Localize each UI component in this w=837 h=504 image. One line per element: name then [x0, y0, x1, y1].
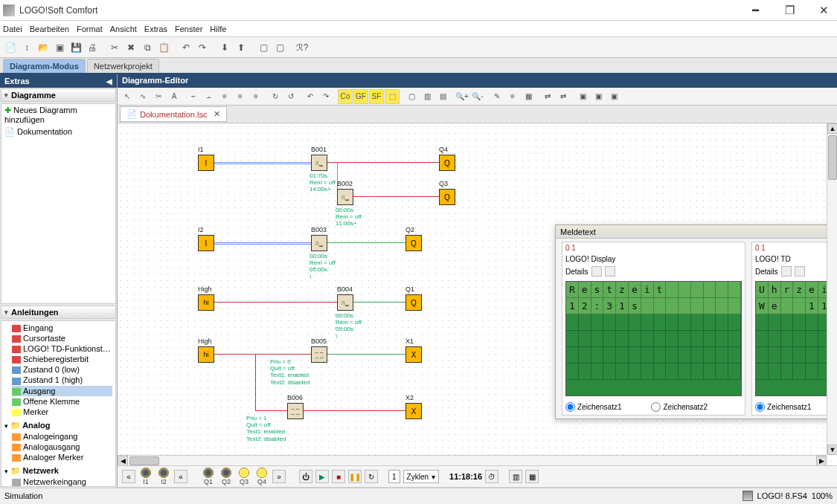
sim-view2[interactable]: ▦	[525, 470, 539, 483]
tb-open[interactable]: 📂	[36, 40, 51, 55]
led-i2[interactable]	[158, 468, 169, 478]
sim-pause[interactable]: ❚❚	[348, 470, 362, 483]
tool-udp[interactable]: ⬚	[385, 89, 400, 104]
menu-hilfe[interactable]: Hilfe	[210, 25, 226, 33]
tree-item[interactable]: Schieberegisterbit	[12, 354, 112, 364]
tree-item[interactable]: Analogausgang	[12, 442, 112, 452]
vscroll-thumb[interactable]	[828, 135, 837, 180]
tab-netzwerkprojekt[interactable]: Netzwerkprojekt	[87, 59, 159, 73]
doc-tab-close[interactable]: ✕	[214, 109, 220, 119]
extras-header[interactable]: Extras ◀	[0, 74, 117, 88]
mt-grid-right[interactable]: UhrzeitWe11:18	[755, 281, 837, 396]
tool-text[interactable]: A	[167, 89, 182, 104]
tb-print[interactable]: 🖨	[85, 40, 100, 55]
canvas-vscroll[interactable]: ▲ ▼	[827, 123, 837, 455]
menu-datei[interactable]: Datei	[3, 25, 22, 33]
mt-td-btn2[interactable]	[795, 266, 805, 277]
hscroll-thumb[interactable]	[129, 456, 159, 465]
sim-cycles-unit[interactable]: Zyklen ▾	[403, 470, 439, 483]
block-b005[interactable]: B005-- ---- -- Prio = 0 Quit = off Text1…	[311, 346, 327, 363]
canvas-hscroll[interactable]: ◀ ▶	[118, 455, 827, 465]
tool-rot2[interactable]: ↺	[283, 89, 298, 104]
tb-new[interactable]: 📄	[3, 40, 18, 55]
tool-align2[interactable]: ⫠	[202, 89, 217, 104]
tool-align4[interactable]: ≡	[233, 89, 248, 104]
tree-item[interactable]: Analoger Merker	[12, 452, 112, 462]
block-q1[interactable]: Q1Q	[405, 294, 422, 311]
menu-fenster[interactable]: Fenster	[175, 25, 202, 33]
tb-transfer-pc[interactable]: ⬇	[217, 40, 232, 55]
hscroll-right[interactable]: ▶	[816, 456, 827, 466]
tb-help[interactable]: ℛ?	[295, 40, 310, 55]
tool-screen2[interactable]: ▥	[420, 89, 434, 104]
block-x1[interactable]: X1X	[405, 346, 422, 363]
tb-copy[interactable]: ⧉	[140, 40, 155, 55]
tree-item[interactable]: Cursortaste	[12, 333, 112, 343]
tool-cut[interactable]: ✂	[151, 89, 166, 104]
tool-redo[interactable]: ↷	[318, 89, 333, 104]
window-close[interactable]: ✕	[813, 3, 834, 18]
tree-item[interactable]: Zustand 0 (low)	[12, 364, 112, 375]
menu-format[interactable]: Format	[77, 25, 103, 33]
tool-select[interactable]: ↖	[120, 89, 135, 104]
block-b001[interactable]: B001⎍▁ 01:70s Rem = off 14:00s+	[311, 155, 327, 171]
tool-sim1[interactable]: ✎	[490, 89, 504, 104]
tool-sf[interactable]: SF	[369, 89, 384, 104]
tool-screen1[interactable]: ▢	[404, 89, 419, 104]
tool-trans1[interactable]: ⇄	[540, 89, 555, 104]
diagram-canvas[interactable]: I1I B001⎍▁ 01:70s Rem = off 14:00s+ Q4Q …	[118, 123, 837, 465]
tool-rot1[interactable]: ↻	[268, 89, 283, 104]
diagram-item-new[interactable]: ✚ Neues Diagramm hinzufügen	[1, 104, 115, 126]
mt-details-btn2[interactable]	[605, 266, 615, 277]
tb-save[interactable]: 💾	[68, 40, 83, 55]
block-i1[interactable]: I1I	[198, 155, 214, 171]
collapse-icon[interactable]: ◀	[106, 77, 112, 85]
tree-item[interactable]: LOGO! TD-Funktionstaste	[12, 343, 112, 354]
tb-close[interactable]: ▣	[52, 40, 67, 55]
tb-transfer-logo[interactable]: ⬆	[234, 40, 248, 55]
tb-paste[interactable]: 📋	[156, 40, 171, 55]
window-minimize[interactable]: ━	[745, 3, 766, 18]
mt-grid-left[interactable]: Restzeit12:31s	[565, 281, 742, 396]
vscroll-down[interactable]: ▼	[827, 445, 837, 455]
tb-redo[interactable]: ↷	[195, 40, 210, 55]
tool-undo[interactable]: ↶	[303, 89, 318, 104]
tree-item[interactable]: Ausgang	[12, 386, 112, 396]
sim-prev-group[interactable]: «	[122, 470, 135, 483]
tab-diagramm-modus[interactable]: Diagramm-Modus	[3, 59, 86, 73]
mt-details-btn1[interactable]	[591, 266, 602, 277]
tb-opt1[interactable]: ▢	[256, 40, 271, 55]
tb-delete[interactable]: ✖	[124, 40, 138, 55]
tool-grp3[interactable]: ▣	[606, 89, 621, 104]
menu-ansicht[interactable]: Ansicht	[110, 25, 137, 33]
sim-stop[interactable]: ■	[332, 470, 345, 483]
sim-cycles-value[interactable]: 1	[388, 470, 400, 483]
tree-item[interactable]: Eingang	[12, 323, 112, 333]
sim-next-group2[interactable]: »	[272, 470, 286, 483]
block-b004[interactable]: B004⎍▁ 00:00s Rem = off 09:00s !	[337, 294, 353, 311]
tb-opt2[interactable]: ▢	[272, 40, 287, 55]
tool-gf[interactable]: GF	[353, 89, 368, 104]
block-x2[interactable]: X2X	[405, 403, 422, 419]
mt-td-btn1[interactable]	[781, 266, 792, 277]
tb-undo[interactable]: ↶	[179, 40, 193, 55]
block-high2[interactable]: Highhi	[198, 346, 214, 363]
block-q2[interactable]: Q2Q	[405, 235, 422, 251]
diagram-item-doc[interactable]: 📄 Dokumentation	[1, 126, 115, 138]
tree-item[interactable]: Zustand 1 (high)	[12, 375, 112, 385]
tb-cut[interactable]: ✂	[107, 40, 122, 55]
tree-item[interactable]: Merker	[12, 407, 112, 417]
anleitungen-section-title[interactable]: Anleitungen	[1, 306, 116, 319]
tool-screen3[interactable]: ▤	[435, 89, 450, 104]
sim-play[interactable]: ▶	[315, 470, 329, 483]
group-analog[interactable]: 📁 Analog	[4, 420, 112, 431]
sim-step[interactable]: ↻	[365, 470, 378, 483]
tree-item[interactable]: Offene Klemme	[12, 396, 112, 407]
tree-item[interactable]: Analogeingang	[12, 431, 112, 442]
diagramme-section-title[interactable]: Diagramme	[1, 88, 116, 102]
sim-power[interactable]: ⏻	[299, 470, 312, 483]
meldetext-window[interactable]: Meldetext ✕ 0 1 LOGO! Display Details	[555, 224, 837, 419]
doc-tab[interactable]: 📄 Dokumentation.lsc ✕	[120, 106, 227, 122]
block-b002[interactable]: B002⎍▁ 00:00s Rem = off 11:00s+	[337, 189, 353, 205]
tool-grp2[interactable]: ▣	[591, 89, 606, 104]
